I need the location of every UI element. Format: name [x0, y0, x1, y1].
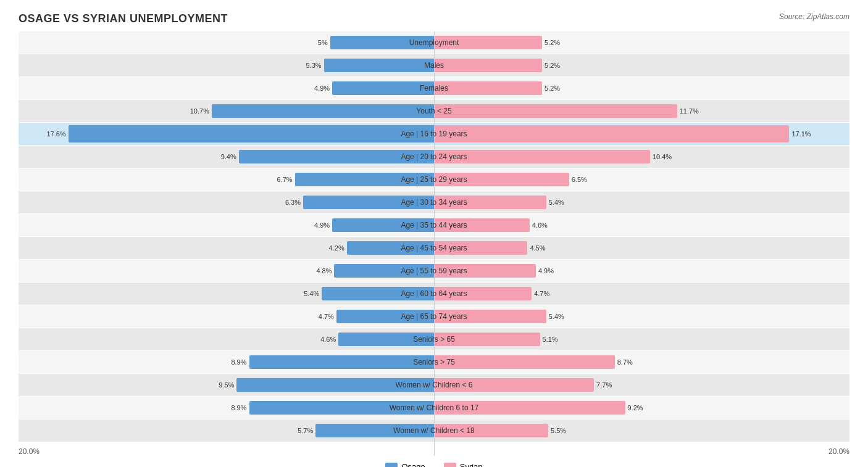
right-section: 5.2% [434, 31, 849, 54]
left-section: 4.7% [19, 305, 434, 328]
left-section: 5.7% [19, 419, 434, 442]
osage-value: 5.3% [306, 62, 322, 69]
syrian-bar: 5.4% [434, 310, 546, 323]
osage-bar: 17.6% [69, 125, 434, 143]
syrian-bar: 5.2% [434, 36, 542, 49]
left-section: 4.9% [19, 214, 434, 236]
syrian-bar: 11.7% [434, 104, 677, 118]
osage-bar: 4.9% [332, 218, 434, 232]
right-section: 9.2% [434, 397, 849, 419]
osage-value: 4.2% [329, 244, 344, 252]
right-section: 5.2% [434, 54, 849, 76]
syrian-value: 5.4% [549, 313, 564, 320]
syrian-value: 7.7% [596, 381, 612, 389]
syrian-bar: 5.5% [434, 424, 548, 437]
left-section: 10.7% [19, 100, 434, 122]
right-section: 4.7% [434, 283, 849, 305]
legend-osage-label: Osage [401, 462, 425, 467]
osage-bar: 6.3% [303, 196, 434, 209]
legend-osage: Osage [385, 462, 425, 467]
left-section: 6.3% [19, 191, 434, 213]
osage-value: 17.6% [47, 130, 66, 138]
syrian-bar: 5.4% [434, 196, 546, 209]
chart-source: Source: ZipAtlas.com [779, 12, 849, 21]
osage-bar: 8.9% [249, 355, 434, 369]
right-section: 5.4% [434, 305, 849, 328]
left-section: 17.6% [19, 123, 434, 145]
legend: Osage Syrian [19, 462, 849, 467]
osage-bar: 5% [330, 36, 434, 49]
axis-line [434, 31, 435, 456]
left-section: 4.6% [19, 328, 434, 350]
right-section: 11.7% [434, 100, 849, 122]
left-section: 5% [19, 31, 434, 54]
syrian-value: 5.1% [543, 336, 558, 343]
syrian-value: 5.2% [545, 62, 560, 69]
right-section: 5.5% [434, 419, 849, 442]
syrian-value: 4.9% [538, 267, 554, 275]
syrian-bar: 6.5% [434, 173, 569, 186]
syrian-value: 17.1% [791, 130, 811, 138]
osage-value: 4.7% [319, 313, 334, 320]
right-section: 8.7% [434, 351, 849, 373]
left-section: 5.3% [19, 54, 434, 76]
left-section: 4.8% [19, 260, 434, 282]
syrian-bar: 7.7% [434, 378, 594, 392]
osage-value: 5% [318, 39, 328, 46]
left-section: 9.5% [19, 374, 434, 396]
osage-bar: 5.4% [322, 287, 434, 300]
syrian-value: 4.5% [530, 244, 545, 252]
right-section: 6.5% [434, 168, 849, 191]
osage-bar: 9.4% [239, 150, 434, 163]
osage-value: 6.3% [285, 199, 301, 206]
axis-left: 20.0% [19, 447, 40, 456]
left-section: 5.4% [19, 283, 434, 305]
osage-value: 8.9% [231, 358, 246, 366]
left-section: 8.9% [19, 397, 434, 419]
chart-container: OSAGE VS SYRIAN UNEMPLOYMENT Source: Zip… [0, 0, 868, 467]
osage-bar: 5.7% [315, 424, 434, 437]
osage-bar: 10.7% [212, 104, 434, 118]
syrian-value: 4.7% [534, 290, 549, 297]
syrian-bar: 5.2% [434, 59, 542, 72]
right-section: 7.7% [434, 374, 849, 396]
osage-bar: 5.3% [324, 59, 434, 72]
syrian-bar: 4.6% [434, 218, 530, 232]
osage-value: 5.7% [298, 427, 313, 434]
osage-value: 9.4% [221, 153, 236, 160]
osage-value: 4.9% [314, 221, 330, 229]
right-section: 4.9% [434, 260, 849, 282]
syrian-value: 5.4% [549, 199, 564, 206]
syrian-bar: 8.7% [434, 355, 615, 369]
syrian-value: 9.2% [628, 404, 643, 411]
syrian-bar: 5.2% [434, 81, 542, 95]
osage-value: 10.7% [190, 107, 209, 115]
syrian-value: 8.7% [617, 358, 633, 366]
right-section: 5.1% [434, 328, 849, 350]
syrian-value: 5.5% [551, 427, 566, 434]
osage-value: 4.9% [314, 85, 330, 92]
syrian-value: 6.5% [572, 176, 587, 183]
osage-bar: 4.6% [338, 333, 434, 346]
axis-right: 20.0% [828, 447, 849, 456]
syrian-value: 10.4% [653, 153, 672, 160]
chart-area: 5% 5.2% Unemployment 5.3% 5.2% Males [19, 31, 849, 456]
syrian-bar: 4.5% [434, 241, 527, 255]
osage-bar: 8.9% [249, 401, 434, 415]
syrian-value: 11.7% [680, 107, 699, 115]
osage-bar: 4.2% [347, 241, 434, 255]
legend-syrian-label: Syrian [460, 462, 483, 467]
legend-syrian: Syrian [444, 462, 483, 467]
syrian-bar: 17.1% [434, 125, 789, 143]
legend-osage-box [385, 463, 398, 468]
right-section: 17.1% [434, 123, 849, 145]
syrian-value: 5.2% [545, 85, 560, 92]
syrian-bar: 4.7% [434, 287, 532, 300]
osage-value: 6.7% [277, 176, 292, 183]
left-section: 4.2% [19, 237, 434, 259]
chart-title: OSAGE VS SYRIAN UNEMPLOYMENT [19, 12, 849, 25]
right-section: 5.2% [434, 77, 849, 99]
left-section: 9.4% [19, 146, 434, 168]
right-section: 10.4% [434, 146, 849, 168]
osage-value: 4.8% [316, 267, 332, 275]
